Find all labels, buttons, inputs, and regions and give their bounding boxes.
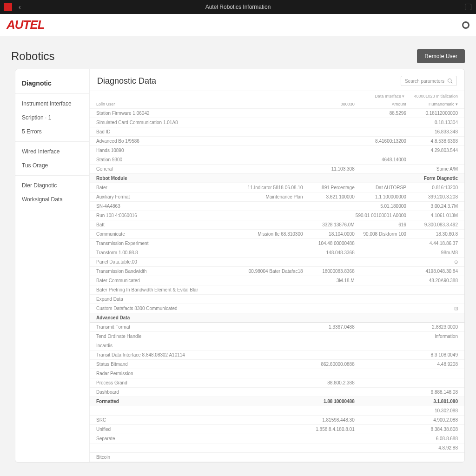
sidebar-item-0[interactable]: Diagnotic [15, 76, 89, 91]
cell: 9.300.083.3.492 [406, 222, 458, 227]
sidebar-item-1[interactable]: Instrument Interface [15, 97, 89, 111]
cell: 3.00.24.3.7M [406, 204, 458, 209]
cell: Batt [96, 222, 234, 227]
back-button[interactable]: ‹ [16, 2, 24, 12]
sidebar-item-2[interactable]: Scription · 1 [15, 111, 89, 125]
cell: 48.20A90.388 [406, 278, 458, 283]
cell: Radar Permission [96, 371, 234, 376]
cell: Separate [96, 436, 234, 441]
cell: 6.08.8.688 [406, 436, 458, 441]
cell: 11.Indicator 5818 06.08.10 [234, 185, 303, 190]
cell: Transmission Bandwidth [96, 269, 234, 274]
cell: 90.008 Diskform 100 [355, 231, 406, 237]
data-card: DiagnoticInstrument InterfaceScription ·… [15, 69, 465, 463]
cell: 1.858.8.4.180.8.01 [303, 427, 355, 432]
cell: 0.18.13304 [406, 120, 458, 125]
table-row: Bater11.Indicator 5818 06.08.10891 Perce… [90, 183, 464, 192]
table-row: 4.8.92.88 [90, 443, 464, 453]
cell: 0.816:13200 [406, 185, 458, 190]
table-row: SRC1.81598.448.304.900.2.088 [90, 416, 464, 425]
cell: 891 Percentage [303, 185, 355, 190]
table-row: Transform 1.00.98.8148.048.336898m.M8 [90, 248, 464, 258]
table-row: SN-4A48635.01.1800003.00.24.3.7M [90, 202, 464, 211]
cell: Bater Communicated [96, 278, 234, 283]
cell: Auxiliary Format [96, 194, 234, 199]
cell: 18000083.8368 [303, 269, 355, 274]
cell: 3.621 100000 [303, 194, 355, 199]
table-row: Hands 108904.29.803.544 [90, 146, 464, 155]
window-title: Autel Robotics Information [205, 4, 271, 10]
sidebar-item-4[interactable]: Wired Interface [15, 145, 89, 159]
filter-0[interactable]: Data Interface ▾ [375, 94, 404, 99]
cell: 6.888.148.08 [406, 390, 458, 395]
cell: Bater Pretring In Bandwidth Element & Ev… [96, 287, 234, 292]
table-row: Advanced Bo 1/95868.41600:132004.8.538.6… [90, 137, 464, 146]
cell: 3M.18.M [303, 278, 355, 283]
table-row: Auxiliary FormatMaintenance Plan3.621 10… [90, 192, 464, 202]
table-row: Incardis [90, 341, 464, 350]
cell: 080030 [303, 102, 355, 106]
cell: 4648.14000 [355, 157, 406, 162]
cell: Advanced Bo 1/9586 [96, 139, 234, 144]
table-row: Station Firmware 1.0604288.52960.1811200… [90, 109, 464, 118]
sidebar-item-6[interactable]: Dier Diagnotic [15, 178, 89, 192]
cell: 8.384.38.808 [406, 427, 458, 432]
cell: 0.18112000000 [406, 111, 458, 116]
cell: Run 108 4:0060016 [96, 213, 234, 218]
cell: Transmit Format [96, 324, 234, 330]
cell: 8.3 108.0049 [406, 352, 458, 357]
cell: Amount [355, 102, 406, 106]
table-row: Expand Data [90, 295, 464, 304]
table-row: Separate6.08.8.688 [90, 434, 464, 443]
sidebar-item-3[interactable]: 5 Errors [15, 125, 89, 139]
table-row: Advanced Data [90, 313, 464, 323]
app-icon [4, 3, 12, 11]
card-title: Diagnostic Data [97, 76, 156, 86]
cell: 4.1061 013M [406, 213, 458, 218]
cell: 1.88 10000488 [303, 399, 355, 404]
cell: ⊡ [406, 306, 458, 311]
table-row: Batt3328 13876.0M6169.300.083.3.492 [90, 220, 464, 230]
cell: Dat AUTORSP [355, 185, 406, 190]
cell: 4.29.803.544 [406, 148, 458, 153]
cell: Transform 1.00.98.8 [96, 250, 234, 255]
titlebar: ‹ Autel Robotics Information [0, 0, 476, 14]
cell: 4.48.9208 [406, 362, 458, 367]
table-row: Status Bitmand862.60000.08884.48.9208 [90, 360, 464, 369]
cell: Station Firmware 1.06042 [96, 111, 234, 116]
cell: Tend Ordinate Handle [96, 334, 234, 339]
cell: Unified [96, 427, 234, 432]
cell: 1.3367.0488 [303, 324, 355, 330]
search-placeholder: Search parameters [405, 79, 444, 84]
cell: Communicate [96, 231, 234, 237]
table-row: Transmission Bandwidth00.98004 Bater Dat… [90, 267, 464, 276]
cell: 1.1 100000000 [355, 194, 406, 199]
cell: Transmission Experiment [96, 241, 234, 246]
search-input[interactable]: Search parameters [401, 76, 457, 86]
cell: 399.200.3.208 [406, 194, 458, 199]
cell: 11.103.308 [303, 166, 355, 172]
cell: Process Grand [96, 380, 234, 385]
table-row: Transit Data Interface 8.848.08302 A1011… [90, 350, 464, 360]
status-ring-icon[interactable] [462, 21, 469, 29]
page-header: Robotics Remote User [0, 36, 476, 69]
cell: 98m.M8 [406, 250, 458, 255]
cell: Hands 10890 [96, 148, 234, 153]
table-row: Bitcoin [90, 453, 464, 462]
filter-1[interactable]: 400001023 Initialication [414, 94, 458, 99]
table-row: Lolin User080030AmountHumanomatic ▾ [90, 99, 464, 109]
cell: Status Bitmand [96, 362, 234, 367]
window-control-icon[interactable] [465, 4, 471, 10]
cell: 4198.048.30.84 [406, 269, 458, 274]
table-row: Unified1.858.8.4.180.8.018.384.38.808 [90, 425, 464, 434]
cell: 862.60000.0888 [303, 362, 355, 367]
cell: 4.8.538.6368 [406, 139, 458, 144]
table-row: 10.302.088 [90, 406, 464, 416]
primary-action-button[interactable]: Remote User [417, 49, 465, 63]
cell: 2.8823.0000 [406, 324, 458, 330]
search-icon [447, 78, 453, 84]
cell: 18.104.0000 [303, 231, 355, 237]
sidebar-item-5[interactable]: Tus Orage [15, 159, 89, 172]
sidebar-item-7[interactable]: Worksignal Data [15, 192, 89, 206]
cell: Advanced Data [96, 315, 234, 320]
